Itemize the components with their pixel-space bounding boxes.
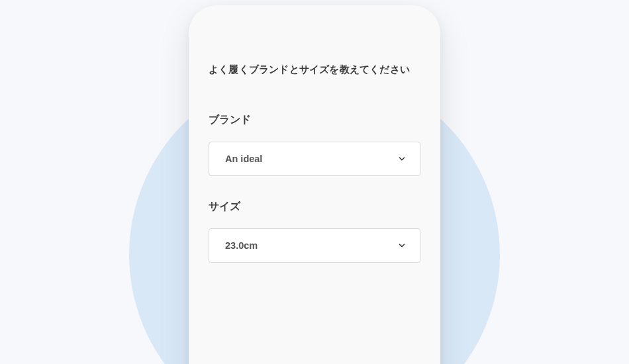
chevron-down-icon: [397, 241, 407, 250]
brand-select-value: An ideal: [225, 154, 262, 164]
brand-label: ブランド: [209, 113, 420, 127]
size-select[interactable]: 23.0cm: [209, 228, 420, 263]
form-heading: よく履くブランドとサイズを教えてください: [209, 64, 420, 76]
brand-select[interactable]: An ideal: [209, 142, 420, 176]
size-select-value: 23.0cm: [225, 240, 258, 251]
chevron-down-icon: [397, 154, 407, 163]
phone-mockup: よく履くブランドとサイズを教えてください ブランド An ideal サイズ 2…: [189, 5, 440, 364]
size-label: サイズ: [209, 200, 420, 214]
